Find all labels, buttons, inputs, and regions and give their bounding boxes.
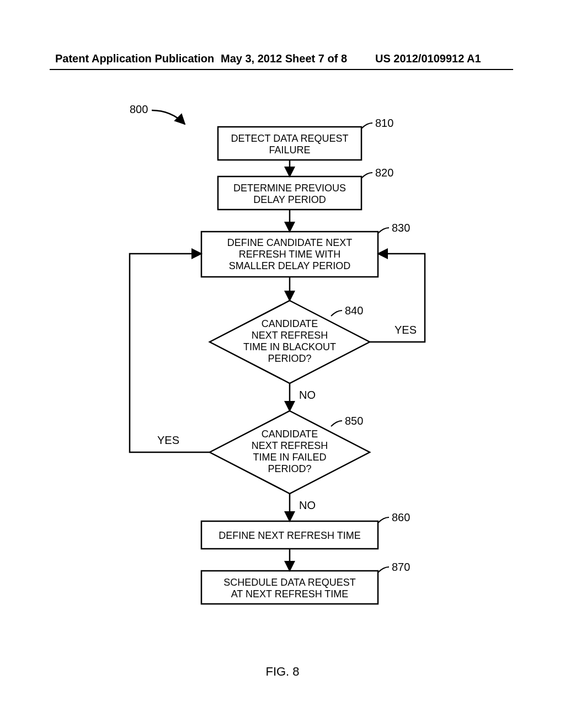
svg-text:SMALLER DELAY PERIOD: SMALLER DELAY PERIOD	[229, 260, 350, 271]
box-830: DEFINE CANDIDATE NEXT REFRESH TIME WITH …	[201, 232, 378, 277]
label-850-yes: YES	[157, 434, 179, 446]
label-850: 850	[345, 415, 363, 427]
arrow-800-icon	[152, 110, 185, 124]
leader-850	[331, 421, 342, 426]
svg-text:AT NEXT REFRESH TIME: AT NEXT REFRESH TIME	[231, 588, 349, 599]
svg-text:TIME IN FAILED: TIME IN FAILED	[253, 452, 326, 463]
svg-text:DETECT DATA REQUEST: DETECT DATA REQUEST	[231, 133, 348, 144]
header-left: Patent Application Publication	[55, 52, 214, 65]
box-820: DETERMINE PREVIOUS DELAY PERIOD	[218, 176, 361, 210]
svg-text:DEFINE NEXT REFRESH TIME: DEFINE NEXT REFRESH TIME	[218, 530, 360, 541]
svg-text:TIME IN BLACKOUT: TIME IN BLACKOUT	[243, 341, 336, 352]
label-870: 870	[392, 561, 410, 573]
label-860: 860	[392, 511, 410, 523]
box-870: SCHEDULE DATA REQUEST AT NEXT REFRESH TI…	[201, 571, 378, 604]
arrow-850-yes-icon	[130, 254, 210, 452]
leader-860	[378, 517, 389, 523]
label-840: 840	[345, 304, 363, 317]
box-810: DETECT DATA REQUEST FAILURE	[218, 127, 361, 160]
leader-810	[361, 123, 372, 129]
svg-text:NEXT REFRESH: NEXT REFRESH	[252, 330, 328, 341]
svg-text:NEXT REFRESH: NEXT REFRESH	[252, 440, 328, 451]
svg-text:DETERMINE PREVIOUS: DETERMINE PREVIOUS	[233, 183, 346, 194]
svg-text:PERIOD?: PERIOD?	[268, 463, 311, 474]
figure-caption: FIG. 8	[0, 665, 565, 679]
flowchart: 800 DETECT DATA REQUEST FAILURE 810 DETE…	[94, 97, 480, 637]
svg-text:REFRESH TIME WITH: REFRESH TIME WITH	[239, 249, 341, 260]
header-center: May 3, 2012 Sheet 7 of 8	[221, 52, 347, 65]
header-rule	[50, 69, 513, 70]
label-810: 810	[375, 117, 393, 129]
svg-text:DEFINE CANDIDATE NEXT: DEFINE CANDIDATE NEXT	[227, 237, 353, 248]
flow-label-800: 800	[130, 103, 148, 115]
svg-text:DELAY PERIOD: DELAY PERIOD	[253, 194, 326, 205]
label-820: 820	[375, 167, 393, 179]
leader-840	[331, 311, 342, 316]
label-850-no: NO	[299, 499, 316, 511]
svg-text:CANDIDATE: CANDIDATE	[262, 318, 318, 329]
label-840-yes: YES	[395, 324, 417, 336]
svg-text:CANDIDATE: CANDIDATE	[262, 429, 318, 440]
svg-text:SCHEDULE DATA REQUEST: SCHEDULE DATA REQUEST	[223, 577, 355, 588]
leader-870	[378, 567, 389, 572]
svg-text:PERIOD?: PERIOD?	[268, 353, 311, 364]
svg-text:FAILURE: FAILURE	[269, 144, 310, 156]
header-right: US 2012/0109912 A1	[375, 52, 481, 65]
label-840-no: NO	[299, 389, 316, 401]
box-860: DEFINE NEXT REFRESH TIME	[201, 521, 378, 549]
leader-820	[361, 173, 372, 178]
leader-830	[378, 228, 389, 233]
label-830: 830	[392, 222, 410, 234]
